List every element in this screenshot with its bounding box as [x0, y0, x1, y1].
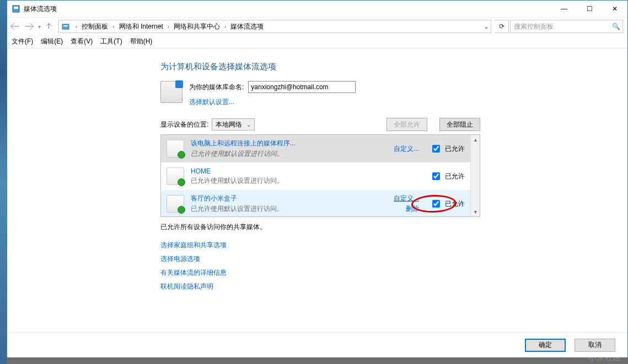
block-all-button[interactable]: 全部阻止 [439, 118, 480, 131]
close-button[interactable]: ✕ [602, 1, 627, 17]
svg-rect-1 [14, 7, 18, 9]
window-title: 媒体流选项 [24, 4, 57, 14]
device-title[interactable]: 该电脑上和远程连接上的媒体程序... [191, 139, 387, 148]
media-library-icon [160, 81, 183, 103]
address-bar[interactable]: › 控制面板 › 网络和 Internet › 网络和共享中心 › 媒体流选项 … [58, 20, 491, 33]
svg-rect-3 [63, 25, 68, 26]
device-subtitle: 已允许使用默认设置进行访问。 [191, 149, 387, 159]
scrollbar[interactable]: ▴ ▾ [470, 135, 480, 216]
device-allow-checkbox[interactable] [432, 145, 440, 153]
minimize-button[interactable]: — [551, 1, 577, 17]
homegroup-link[interactable]: 选择家庭组和共享选项 [160, 241, 480, 250]
scroll-down-button[interactable]: ▾ [471, 207, 480, 216]
breadcrumb-separator: › [72, 24, 80, 30]
device-allow-checkbox[interactable] [432, 200, 440, 208]
position-label: 显示设备的位置: [160, 120, 208, 129]
window-controls: — ☐ ✕ [551, 1, 627, 17]
device-remove-link[interactable]: 删除 [406, 204, 419, 214]
search-input[interactable] [513, 22, 612, 31]
media-stream-info-link[interactable]: 有关媒体流的详细信息 [160, 268, 480, 278]
position-value: 本地网络 [216, 120, 242, 129]
search-icon: 🔍 [612, 23, 620, 30]
breadcrumb-item[interactable]: 网络和共享中心 [173, 22, 221, 31]
menu-help[interactable]: 帮助(H) [130, 37, 153, 46]
device-allow-label: 已允许 [445, 144, 465, 154]
device-allow-label: 已允许 [445, 199, 465, 209]
navigation-bar: 🡠 🡢 ▾ 🡡 › 控制面板 › 网络和 Internet › 网络和共享中心 … [7, 17, 627, 35]
title-bar: 媒体流选项 — ☐ ✕ [7, 1, 627, 17]
watermark: 小米社区 [588, 353, 621, 363]
search-box[interactable]: 🔍 [510, 20, 623, 33]
breadcrumb-item[interactable]: 网络和 Internet [118, 22, 164, 31]
location-icon [61, 22, 70, 31]
device-icon [167, 140, 184, 157]
refresh-button[interactable]: ⟳ [495, 20, 509, 33]
library-name-label: 为你的媒体库命名: [189, 83, 244, 92]
device-subtitle: 已允许使用默认设置进行访问。 [191, 176, 412, 186]
page-heading: 为计算机和设备选择媒体流选项 [160, 62, 480, 72]
device-allow-checkbox[interactable] [432, 172, 440, 180]
breadcrumb-separator: › [221, 24, 229, 30]
control-panel-window: 媒体流选项 — ☐ ✕ 🡠 🡢 ▾ 🡡 › 控制面板 › 网络和 Interne… [7, 0, 628, 358]
library-name-row: 为你的媒体库命名: 选择默认设置... [160, 81, 480, 107]
content-area: 为计算机和设备选择媒体流选项 为你的媒体库命名: 选择默认设置... 显示设备的… [7, 48, 627, 332]
breadcrumb-item[interactable]: 控制面板 [80, 22, 109, 31]
app-icon [12, 4, 20, 13]
device-subtitle: 已允许使用默认设置进行访问。 [191, 204, 387, 214]
allow-all-button[interactable]: 全部允许 [387, 118, 427, 131]
privacy-link[interactable]: 联机阅读隐私声明 [160, 282, 480, 291]
device-title[interactable]: 客厅的小米盒子 [191, 194, 387, 203]
device-list: 该电脑上和远程连接上的媒体程序... 已允许使用默认设置进行访问。 自定义...… [160, 134, 480, 217]
device-icon [167, 167, 184, 185]
device-row[interactable]: 客厅的小米盒子 已允许使用默认设置进行访问。 自定义... 删除 已允许 [161, 190, 470, 216]
device-allow-check[interactable]: 已允许 [430, 198, 465, 209]
history-dropdown[interactable]: ▾ [38, 24, 41, 30]
ok-button[interactable]: 确定 [525, 339, 566, 352]
menu-tools[interactable]: 工具(T) [100, 37, 122, 46]
up-button[interactable]: 🡡 [43, 20, 55, 32]
breadcrumb-separator: › [109, 24, 117, 30]
maximize-button[interactable]: ☐ [577, 1, 602, 17]
power-options-link[interactable]: 选择电源选项 [160, 254, 480, 264]
desktop-edge [0, 0, 7, 364]
device-customize-link[interactable]: 自定义... [394, 194, 419, 203]
device-position-row: 显示设备的位置: 本地网络 ⌄ 全部允许 全部阻止 [160, 118, 480, 131]
device-allow-check[interactable]: 已允许 [430, 171, 465, 182]
library-name-input[interactable] [248, 81, 356, 93]
device-row[interactable]: 该电脑上和远程连接上的媒体程序... 已允许使用默认设置进行访问。 自定义...… [161, 135, 470, 162]
scroll-up-button[interactable]: ▴ [471, 135, 480, 144]
device-row[interactable]: HOME 已允许使用默认设置进行访问。 已允许 [161, 162, 470, 190]
footer-bar: 确定 取消 [7, 332, 627, 357]
status-text: 已允许所有设备访问你的共享媒体。 [160, 222, 480, 232]
default-settings-link[interactable]: 选择默认设置... [189, 97, 356, 107]
breadcrumb-item[interactable]: 媒体流选项 [229, 22, 265, 31]
forward-button[interactable]: 🡢 [23, 20, 36, 33]
back-button[interactable]: 🡠 [8, 20, 22, 33]
menu-edit[interactable]: 编辑(E) [41, 37, 63, 46]
device-customize-link[interactable]: 自定义... [394, 144, 419, 154]
position-combo[interactable]: 本地网络 ⌄ [212, 118, 255, 131]
cancel-button[interactable]: 取消 [575, 339, 615, 352]
related-links: 选择家庭组和共享选项 选择电源选项 有关媒体流的详细信息 联机阅读隐私声明 [160, 241, 480, 291]
device-allow-check[interactable]: 已允许 [430, 143, 465, 154]
menu-bar: 文件(F) 编辑(E) 查看(V) 工具(T) 帮助(H) [7, 35, 627, 48]
breadcrumb-separator: › [164, 24, 173, 30]
address-dropdown[interactable]: ⌄ [481, 20, 491, 32]
device-title[interactable]: HOME [191, 167, 412, 175]
menu-view[interactable]: 查看(V) [71, 37, 93, 46]
menu-file[interactable]: 文件(F) [12, 37, 33, 46]
device-allow-label: 已允许 [445, 172, 465, 181]
scroll-track[interactable] [471, 144, 480, 207]
chevron-down-icon: ⌄ [246, 122, 251, 128]
device-icon [167, 195, 184, 213]
svg-rect-2 [62, 24, 69, 29]
